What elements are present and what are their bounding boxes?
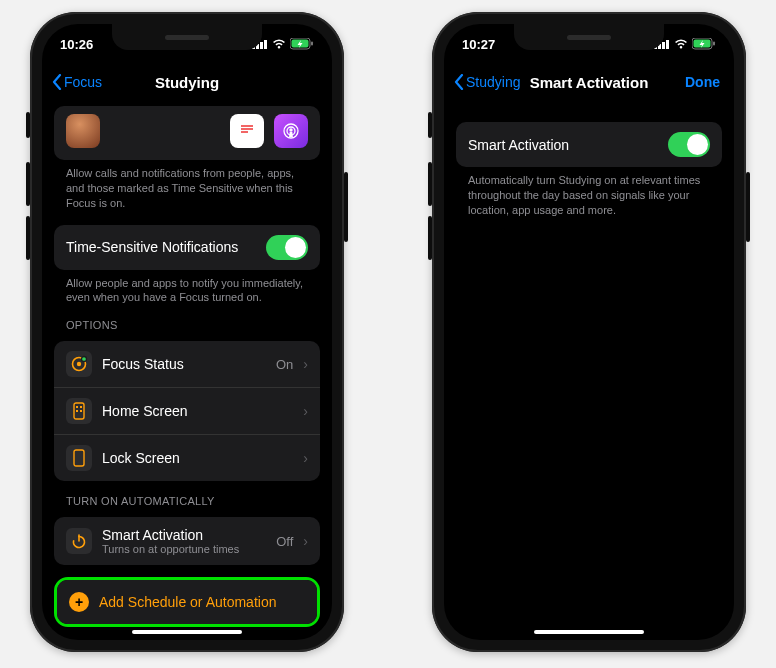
back-label: Studying <box>466 74 520 90</box>
smart-activation-group: Smart Activation Turns on at opportune t… <box>54 517 320 565</box>
nav-bar: Focus Studying <box>42 64 332 100</box>
app-icon-podcasts[interactable] <box>274 114 308 148</box>
svg-rect-18 <box>80 410 82 412</box>
chevron-right-icon: › <box>303 533 308 549</box>
battery-icon <box>692 38 716 50</box>
nav-bar: Studying Smart Activation Done <box>444 64 734 100</box>
svg-point-10 <box>289 128 292 131</box>
chevron-left-icon <box>454 74 464 90</box>
allowed-notifications-group <box>54 106 320 160</box>
plus-icon: + <box>69 592 89 612</box>
battery-icon <box>290 38 314 50</box>
option-home-screen[interactable]: Home Screen › <box>54 387 320 434</box>
status-time: 10:26 <box>60 37 93 52</box>
tsn-footer: Allow people and apps to notify you imme… <box>54 270 320 306</box>
contact-avatar[interactable] <box>66 114 100 148</box>
status-time: 10:27 <box>462 37 495 52</box>
svg-rect-14 <box>74 403 84 419</box>
smart-activation-label: Smart Activation <box>468 137 658 153</box>
smart-sub: Turns on at opportune times <box>102 543 266 555</box>
add-schedule-label: Add Schedule or Automation <box>99 594 276 610</box>
chevron-right-icon: › <box>303 450 308 466</box>
tsn-label: Time-Sensitive Notifications <box>66 239 256 255</box>
svg-rect-28 <box>713 42 715 46</box>
wifi-icon <box>674 39 688 49</box>
allowed-footer: Allow calls and notifications from peopl… <box>54 160 320 211</box>
page-title: Studying <box>155 74 219 91</box>
tsn-row[interactable]: Time-Sensitive Notifications <box>54 225 320 270</box>
option-label: Focus Status <box>102 356 266 372</box>
chevron-right-icon: › <box>303 403 308 419</box>
smart-activation-row[interactable]: Smart Activation Turns on at opportune t… <box>54 517 320 565</box>
notch <box>514 24 664 50</box>
notch <box>112 24 262 50</box>
smart-activation-group: Smart Activation <box>456 122 722 167</box>
svg-rect-25 <box>666 40 669 49</box>
smart-label: Smart Activation <box>102 527 266 543</box>
smart-activation-toggle[interactable] <box>668 132 710 157</box>
tsn-toggle[interactable] <box>266 235 308 260</box>
add-schedule-group: + Add Schedule or Automation <box>57 580 317 624</box>
svg-rect-3 <box>264 40 267 49</box>
svg-rect-24 <box>662 42 665 49</box>
chevron-left-icon <box>52 74 62 90</box>
phone-right: 10:27 Studying Smart Activation Done <box>432 12 746 652</box>
svg-rect-16 <box>80 406 82 408</box>
svg-rect-6 <box>311 42 313 46</box>
smart-activation-footer: Automatically turn Studying on at releva… <box>456 167 722 218</box>
auto-header: TURN ON AUTOMATICALLY <box>54 481 320 511</box>
add-schedule-button[interactable]: + Add Schedule or Automation <box>57 580 317 624</box>
svg-point-12 <box>77 362 81 366</box>
home-indicator[interactable] <box>132 630 242 634</box>
phone-left: 10:26 Focus Studying <box>30 12 344 652</box>
svg-rect-15 <box>76 406 78 408</box>
back-label: Focus <box>64 74 102 90</box>
focus-status-icon <box>66 351 92 377</box>
option-lock-screen[interactable]: Lock Screen › <box>54 434 320 481</box>
svg-rect-17 <box>76 410 78 412</box>
highlight-box: + Add Schedule or Automation <box>54 577 320 627</box>
option-value: On <box>276 357 293 372</box>
home-screen-icon <box>66 398 92 424</box>
wifi-icon <box>272 39 286 49</box>
tsn-group: Time-Sensitive Notifications <box>54 225 320 270</box>
chevron-right-icon: › <box>303 356 308 372</box>
power-icon <box>66 528 92 554</box>
option-label: Home Screen <box>102 403 293 419</box>
home-indicator[interactable] <box>534 630 644 634</box>
back-button[interactable]: Focus <box>52 74 102 90</box>
option-label: Lock Screen <box>102 450 293 466</box>
page-title: Smart Activation <box>530 74 649 91</box>
svg-point-13 <box>82 357 87 362</box>
svg-rect-2 <box>260 42 263 49</box>
lock-screen-icon <box>66 445 92 471</box>
options-group: Focus Status On › Home Screen › <box>54 341 320 481</box>
options-header: OPTIONS <box>54 305 320 335</box>
svg-rect-19 <box>74 450 84 466</box>
app-icon-news[interactable] <box>230 114 264 148</box>
option-focus-status[interactable]: Focus Status On › <box>54 341 320 387</box>
smart-value: Off <box>276 534 293 549</box>
smart-activation-row[interactable]: Smart Activation <box>456 122 722 167</box>
back-button[interactable]: Studying <box>454 74 520 90</box>
done-button[interactable]: Done <box>685 74 720 90</box>
